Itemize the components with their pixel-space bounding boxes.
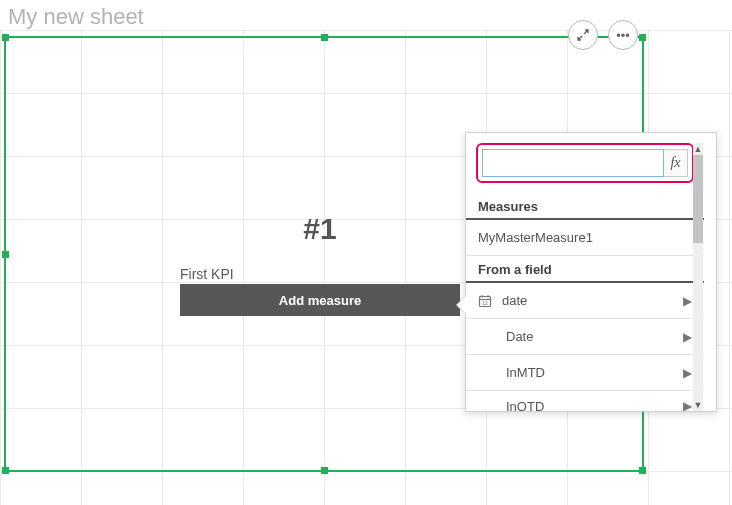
scroll-up-button[interactable]: ▲ <box>693 143 703 155</box>
from-field-section-header: From a field <box>466 256 704 283</box>
resize-handle[interactable] <box>2 251 9 258</box>
field-item[interactable]: InQTD ▶ <box>466 391 704 411</box>
field-item[interactable]: InMTD ▶ <box>466 355 704 391</box>
scroll-thumb[interactable] <box>693 155 703 243</box>
list-item-label: InQTD <box>506 399 544 412</box>
more-options-button[interactable]: ••• <box>608 20 638 50</box>
sheet-title[interactable]: My new sheet <box>8 4 144 30</box>
scroll-track[interactable] <box>693 155 703 399</box>
picker-scroll-area: Measures MyMasterMeasure1 From a field 1… <box>466 193 704 411</box>
svg-text:12: 12 <box>482 300 488 306</box>
resize-handle[interactable] <box>639 34 646 41</box>
search-input[interactable] <box>482 149 664 177</box>
scrollbar[interactable]: ▲ ▼ <box>693 143 703 411</box>
chevron-right-icon: ▶ <box>683 366 692 380</box>
resize-handle[interactable] <box>321 467 328 474</box>
popover-arrow <box>456 295 466 315</box>
list-item-label: InMTD <box>506 365 545 380</box>
measure-picker-popover: fx Measures MyMasterMeasure1 From a fiel… <box>465 132 717 412</box>
scroll-down-button[interactable]: ▼ <box>693 399 703 411</box>
resize-handle[interactable] <box>2 34 9 41</box>
expression-editor-button[interactable]: fx <box>664 149 688 177</box>
list-item-label: Date <box>506 329 533 344</box>
search-row: fx <box>476 143 694 183</box>
fullscreen-button[interactable] <box>568 20 598 50</box>
resize-handle[interactable] <box>2 467 9 474</box>
add-measure-button[interactable]: Add measure <box>180 284 460 316</box>
measures-section-header: Measures <box>466 193 704 220</box>
chevron-right-icon: ▶ <box>683 294 692 308</box>
chevron-right-icon: ▶ <box>683 399 692 411</box>
chevron-right-icon: ▶ <box>683 330 692 344</box>
field-item[interactable]: Date ▶ <box>466 319 704 355</box>
expand-icon <box>577 29 589 41</box>
kpi-label: First KPI <box>180 266 234 282</box>
measure-item[interactable]: MyMasterMeasure1 <box>466 220 704 256</box>
more-icon: ••• <box>616 28 630 43</box>
resize-handle[interactable] <box>321 34 328 41</box>
kpi-value: #1 <box>180 212 460 246</box>
field-item[interactable]: 12 date ▶ <box>466 283 704 319</box>
list-item-label: date <box>502 293 527 308</box>
list-item-label: MyMasterMeasure1 <box>478 230 593 245</box>
resize-handle[interactable] <box>639 467 646 474</box>
object-toolbar: ••• <box>568 20 638 50</box>
calendar-icon: 12 <box>478 294 496 308</box>
